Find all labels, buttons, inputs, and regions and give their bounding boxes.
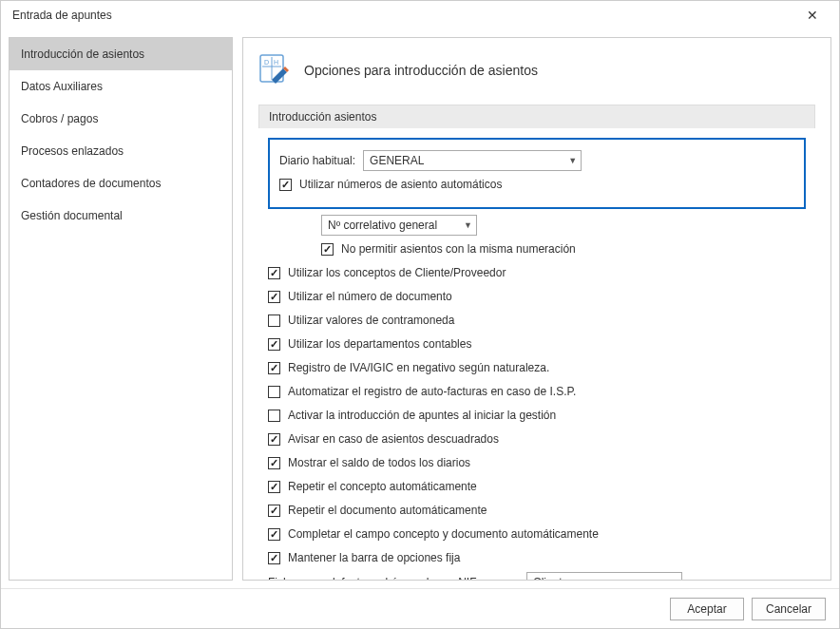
option-row: Registro de IVA/IGIC en negativo según n… bbox=[268, 357, 806, 378]
auto-numbers-checkbox[interactable] bbox=[279, 179, 292, 191]
cancel-button[interactable]: Cancelar bbox=[752, 598, 826, 620]
option-label: Repetir el documento automáticamente bbox=[288, 504, 487, 517]
option-checkbox-9[interactable] bbox=[268, 481, 280, 493]
sidebar-item-5[interactable]: Gestión documental bbox=[10, 200, 232, 232]
auto-numbers-label: Utilizar números de asiento automáticos bbox=[299, 178, 502, 191]
page-title: Opciones para introducción de asientos bbox=[304, 63, 538, 78]
option-checkbox-3[interactable] bbox=[268, 338, 280, 351]
main-header: D H Opciones para introducción de asient… bbox=[258, 53, 815, 87]
option-row: Completar el campo concepto y documento … bbox=[268, 524, 806, 544]
option-checkbox-5[interactable] bbox=[268, 386, 280, 398]
highlighted-group: Diario habitual: GENERAL ▼ Utilizar núme… bbox=[268, 138, 806, 209]
sidebar-item-0[interactable]: Introducción de asientos bbox=[10, 38, 232, 70]
option-checkbox-0[interactable] bbox=[268, 267, 280, 279]
option-checkbox-6[interactable] bbox=[268, 410, 280, 422]
option-checkbox-2[interactable] bbox=[268, 314, 280, 327]
svg-text:H: H bbox=[274, 59, 278, 66]
accept-button[interactable]: Aceptar bbox=[670, 598, 744, 620]
option-checkbox-11[interactable] bbox=[268, 528, 280, 541]
fichero-value: Clientes bbox=[533, 576, 574, 581]
section-body: Diario habitual: GENERAL ▼ Utilizar núme… bbox=[258, 128, 815, 581]
chevron-down-icon: ▼ bbox=[568, 156, 577, 165]
sidebar: Introducción de asientosDatos Auxiliares… bbox=[9, 37, 233, 581]
option-label: Mostrar el saldo de todos los diarios bbox=[288, 456, 470, 469]
option-row: Mostrar el saldo de todos los diarios bbox=[268, 452, 806, 473]
dialog-window: Entrada de apuntes ✕ Introducción de asi… bbox=[0, 0, 840, 629]
option-row: Repetir el concepto automáticamente bbox=[268, 476, 806, 497]
chevron-down-icon: ▼ bbox=[669, 578, 678, 581]
dialog-body: Introducción de asientosDatos Auxiliares… bbox=[1, 29, 839, 588]
section-header: Introducción asientos bbox=[258, 105, 815, 128]
diario-select[interactable]: GENERAL ▼ bbox=[363, 150, 582, 171]
option-row: Mantener la barra de opciones fija bbox=[268, 547, 806, 568]
close-icon: ✕ bbox=[807, 8, 818, 23]
no-permitir-checkbox[interactable] bbox=[321, 243, 334, 256]
option-label: Registro de IVA/IGIC en negativo según n… bbox=[288, 361, 549, 374]
option-checkbox-12[interactable] bbox=[268, 552, 280, 564]
no-permitir-label: No permitir asientos con la misma numera… bbox=[341, 242, 576, 256]
option-label: Automatizar el registro de auto-facturas… bbox=[288, 385, 576, 398]
option-row: Activar la introducción de apuntes al in… bbox=[268, 405, 806, 426]
correlativo-select[interactable]: Nº correlativo general ▼ bbox=[321, 215, 477, 236]
option-row: Repetir el documento automáticamente bbox=[268, 500, 806, 521]
option-label: Utilizar el número de documento bbox=[288, 290, 452, 303]
option-row: Utilizar los departamentos contables bbox=[268, 334, 806, 354]
chevron-down-icon: ▼ bbox=[464, 220, 472, 230]
option-checkbox-10[interactable] bbox=[268, 505, 280, 517]
option-label: Completar el campo concepto y documento … bbox=[288, 527, 599, 541]
option-row: Utilizar los conceptos de Cliente/Provee… bbox=[268, 262, 806, 283]
option-label: Avisar en caso de asientos descuadrados bbox=[288, 432, 499, 446]
option-label: Mantener la barra de opciones fija bbox=[288, 551, 460, 564]
titlebar: Entrada de apuntes ✕ bbox=[1, 1, 839, 29]
option-label: Utilizar los departamentos contables bbox=[288, 337, 471, 351]
option-row: Utilizar el número de documento bbox=[268, 286, 806, 307]
diario-value: GENERAL bbox=[370, 154, 424, 167]
option-label: Repetir el concepto automáticamente bbox=[288, 480, 477, 493]
main-panel: D H Opciones para introducción de asient… bbox=[242, 37, 831, 581]
option-label: Activar la introducción de apuntes al in… bbox=[288, 409, 556, 422]
sidebar-item-2[interactable]: Cobros / pagos bbox=[10, 103, 232, 135]
svg-text:D: D bbox=[264, 59, 269, 66]
option-checkbox-4[interactable] bbox=[268, 362, 280, 374]
options-icon: D H bbox=[258, 53, 293, 87]
option-label: Utilizar valores de contramoneda bbox=[288, 314, 454, 327]
window-title: Entrada de apuntes bbox=[12, 9, 112, 22]
sidebar-item-1[interactable]: Datos Auxiliares bbox=[10, 70, 232, 103]
option-checkbox-8[interactable] bbox=[268, 457, 280, 469]
sidebar-item-3[interactable]: Procesos enlazados bbox=[10, 135, 232, 167]
option-row: Utilizar valores de contramoneda bbox=[268, 310, 806, 331]
option-checkbox-1[interactable] bbox=[268, 291, 280, 303]
correlativo-value: Nº correlativo general bbox=[328, 219, 437, 232]
diario-label: Diario habitual: bbox=[279, 154, 355, 167]
fichero-select[interactable]: Clientes ▼ bbox=[526, 572, 682, 581]
option-row: Avisar en caso de asientos descuadrados bbox=[268, 429, 806, 449]
fichero-label: Fichero por defecto en búsqueda por NIF: bbox=[268, 576, 506, 581]
option-checkbox-7[interactable] bbox=[268, 433, 280, 446]
sidebar-item-4[interactable]: Contadores de documentos bbox=[10, 167, 232, 200]
option-label: Utilizar los conceptos de Cliente/Provee… bbox=[288, 266, 506, 279]
dialog-footer: Aceptar Cancelar bbox=[1, 588, 839, 628]
close-button[interactable]: ✕ bbox=[793, 1, 831, 29]
option-row: Automatizar el registro de auto-facturas… bbox=[268, 381, 806, 402]
